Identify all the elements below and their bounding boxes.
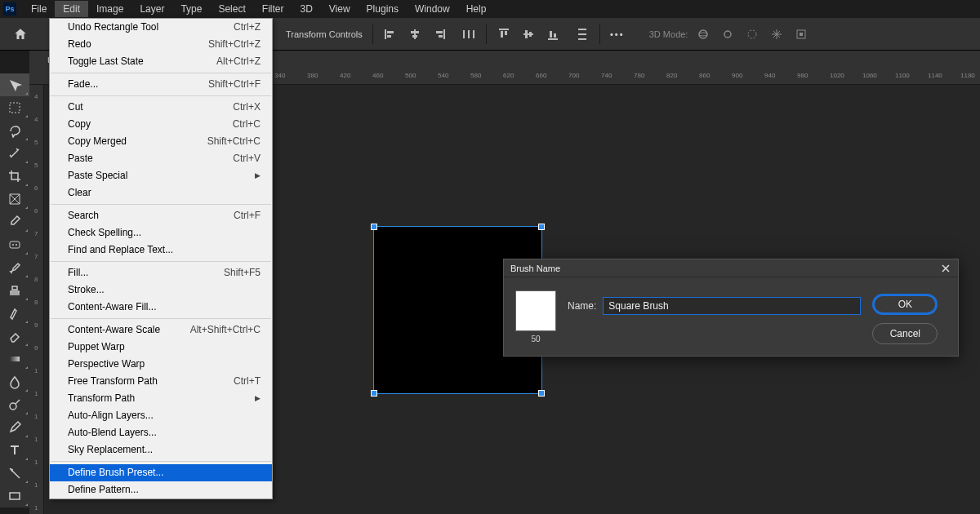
menu-item-search[interactable]: SearchCtrl+F xyxy=(50,207,272,224)
align-center-h-icon[interactable] xyxy=(408,27,422,42)
menu-edit[interactable]: Edit xyxy=(55,1,88,17)
pan-3d-icon[interactable] xyxy=(720,27,735,42)
three-d-icons xyxy=(696,27,808,42)
menu-item-auto-blend-layers[interactable]: Auto-Blend Layers... xyxy=(50,424,272,441)
menu-item-fade[interactable]: Fade...Shift+Ctrl+F xyxy=(50,76,272,93)
distribute-v-icon[interactable] xyxy=(575,27,590,42)
menu-item-paste-special[interactable]: Paste Special▶ xyxy=(50,167,272,184)
menu-separator xyxy=(51,204,271,205)
menu-select[interactable]: Select xyxy=(210,1,253,17)
menu-filter[interactable]: Filter xyxy=(254,1,292,17)
menu-item-content-aware-fill[interactable]: Content-Aware Fill... xyxy=(50,299,272,316)
menu-layer[interactable]: Layer xyxy=(131,1,172,17)
dialog-titlebar[interactable]: Brush Name xyxy=(504,259,958,277)
tool-blur[interactable] xyxy=(0,370,29,393)
brush-preview: 50 xyxy=(515,290,556,343)
scale-3d-icon[interactable] xyxy=(794,27,808,42)
menu-help[interactable]: Help xyxy=(458,1,495,17)
menu-plugins[interactable]: Plugins xyxy=(359,1,407,17)
menu-item-redo[interactable]: RedoShift+Ctrl+Z xyxy=(50,36,272,53)
svg-rect-7 xyxy=(436,31,443,33)
svg-rect-2 xyxy=(387,35,391,38)
menu-item-define-pattern[interactable]: Define Pattern... xyxy=(50,481,272,498)
menu-item-clear[interactable]: Clear xyxy=(50,184,272,202)
menu-window[interactable]: Window xyxy=(407,1,458,17)
menu-item-label: Paste xyxy=(68,153,93,165)
tool-path[interactable] xyxy=(0,462,29,485)
svg-rect-30 xyxy=(10,103,20,113)
tool-frame[interactable] xyxy=(0,188,29,210)
align-left-icon[interactable] xyxy=(383,27,398,42)
menu-item-stroke[interactable]: Stroke... xyxy=(50,281,272,299)
tool-marquee[interactable] xyxy=(0,96,29,119)
menu-item-find-and-replace-text[interactable]: Find and Replace Text... xyxy=(50,241,272,259)
menu-item-puppet-warp[interactable]: Puppet Warp xyxy=(50,339,272,356)
svg-rect-11 xyxy=(473,30,474,38)
menu-item-check-spelling[interactable]: Check Spelling... xyxy=(50,224,272,241)
tool-rect[interactable] xyxy=(0,485,29,507)
menu-item-content-aware-scale[interactable]: Content-Aware ScaleAlt+Shift+Ctrl+C xyxy=(50,321,272,339)
tool-history[interactable] xyxy=(0,302,29,325)
selection-handle-bl[interactable] xyxy=(371,390,377,397)
svg-rect-29 xyxy=(800,33,803,36)
tool-lasso[interactable] xyxy=(0,119,29,142)
separator xyxy=(599,24,600,44)
menu-3d[interactable]: 3D xyxy=(292,1,320,17)
svg-rect-20 xyxy=(554,33,556,38)
orbit-3d-icon[interactable] xyxy=(696,27,710,42)
menu-item-shortcut: Shift+Ctrl+C xyxy=(207,135,261,148)
menu-item-label: Free Transform Path xyxy=(68,375,158,388)
selection-handle-tr[interactable] xyxy=(538,224,545,230)
align-right-icon[interactable] xyxy=(432,27,447,42)
menu-item-shortcut: Shift+F5 xyxy=(224,267,261,279)
tool-wand[interactable] xyxy=(0,142,29,165)
home-button[interactable] xyxy=(8,22,33,47)
menu-item-copy-merged[interactable]: Copy MergedShift+Ctrl+C xyxy=(50,133,272,150)
ok-button[interactable]: OK xyxy=(872,294,938,315)
menu-item-fill[interactable]: Fill...Shift+F5 xyxy=(50,264,272,281)
menu-separator xyxy=(51,73,271,73)
menu-item-undo-rectangle-tool[interactable]: Undo Rectangle ToolCtrl+Z xyxy=(50,19,272,36)
tool-pen[interactable] xyxy=(0,416,29,439)
menu-item-copy[interactable]: CopyCtrl+C xyxy=(50,116,272,133)
tool-brush[interactable] xyxy=(0,256,29,279)
menu-item-sky-replacement[interactable]: Sky Replacement... xyxy=(50,441,272,459)
cancel-button[interactable]: Cancel xyxy=(872,323,938,344)
move-3d-icon[interactable] xyxy=(769,27,784,42)
tool-heal[interactable] xyxy=(0,233,29,256)
menu-item-toggle-last-state[interactable]: Toggle Last StateAlt+Ctrl+Z xyxy=(50,53,272,70)
menu-item-auto-align-layers[interactable]: Auto-Align Layers... xyxy=(50,407,272,424)
tool-move[interactable] xyxy=(0,73,29,96)
brush-preview-swatch xyxy=(515,290,556,331)
more-options-icon[interactable]: ••• xyxy=(610,27,625,42)
menu-item-free-transform-path[interactable]: Free Transform PathCtrl+T xyxy=(50,373,272,390)
align-bottom-icon[interactable] xyxy=(546,27,560,42)
align-center-v-icon[interactable] xyxy=(521,27,536,42)
tool-crop[interactable] xyxy=(0,165,29,188)
menu-file[interactable]: File xyxy=(23,1,55,17)
selection-handle-br[interactable] xyxy=(538,390,545,397)
brush-name-input[interactable] xyxy=(603,297,861,315)
menu-item-define-brush-preset[interactable]: Define Brush Preset... xyxy=(50,464,272,481)
tool-type[interactable] xyxy=(0,439,29,462)
menu-item-transform-path[interactable]: Transform Path▶ xyxy=(50,390,272,407)
align-top-icon[interactable] xyxy=(497,27,511,42)
distribute-h-icon[interactable] xyxy=(461,27,476,42)
svg-rect-34 xyxy=(10,357,20,361)
menu-view[interactable]: View xyxy=(321,1,359,17)
tool-stamp[interactable] xyxy=(0,279,29,302)
menu-type[interactable]: Type xyxy=(172,1,210,17)
menu-item-paste[interactable]: PasteCtrl+V xyxy=(50,150,272,167)
menu-item-perspective-warp[interactable]: Perspective Warp xyxy=(50,356,272,373)
selection-handle-tl[interactable] xyxy=(371,224,377,230)
menu-item-cut[interactable]: CutCtrl+X xyxy=(50,99,272,116)
tool-dodge[interactable] xyxy=(0,393,29,416)
tool-gradient[interactable] xyxy=(0,348,29,370)
slide-3d-icon[interactable] xyxy=(745,27,760,42)
svg-point-25 xyxy=(699,33,707,36)
svg-point-35 xyxy=(10,403,16,410)
tool-eraser[interactable] xyxy=(0,325,29,348)
menu-image[interactable]: Image xyxy=(88,1,131,17)
tool-eyedropper[interactable] xyxy=(0,210,29,233)
close-icon[interactable] xyxy=(940,263,951,274)
